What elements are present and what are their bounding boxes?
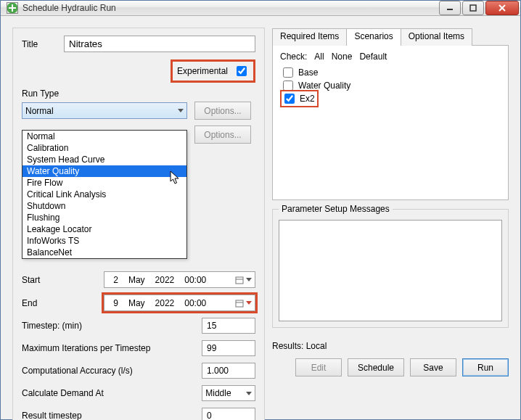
comp-accuracy-input[interactable]: 1.000 — [202, 363, 255, 379]
run-type-option[interactable]: BalanceNet — [22, 247, 186, 258]
chevron-down-icon — [246, 278, 252, 281]
end-year: 2022 — [155, 298, 175, 308]
tab-required-items[interactable]: Required Items — [272, 28, 347, 46]
title-label: Title — [22, 39, 58, 49]
end-label: End — [22, 298, 99, 308]
end-day: 9 — [113, 298, 118, 308]
scenario-row: Ex2 — [280, 92, 501, 105]
scenario-list: BaseWater QualityEx2 — [280, 66, 501, 105]
svg-rect-1 — [470, 5, 476, 11]
tab-optional-items[interactable]: Optional Items — [401, 28, 472, 46]
run-type-option[interactable]: Leakage Locator — [22, 223, 186, 235]
maximize-button[interactable] — [462, 1, 484, 15]
left-panel: Title Experimental Run Type Normal Optio… — [12, 28, 265, 420]
comp-accuracy-label: Computational Accuracy (l/s) — [22, 366, 197, 376]
check-none-link[interactable]: None — [332, 52, 353, 62]
titlebar: Schedule Hydraulic Run — [1, 1, 520, 16]
secondary-options-button[interactable]: Options... — [194, 125, 251, 144]
run-type-dropdown[interactable]: NormalCalibrationSystem Head CurveWater … — [22, 130, 187, 259]
run-type-label: Run Type — [22, 88, 255, 99]
window-controls — [439, 1, 519, 15]
timestep-input[interactable]: 15 — [202, 318, 255, 334]
result-timestep-input[interactable]: 0 — [202, 408, 255, 420]
start-time: 00:00 — [184, 275, 206, 285]
scenario-checkbox[interactable] — [283, 81, 293, 91]
result-timestep-label: Result timestep — [22, 411, 197, 420]
run-type-value: Normal — [25, 106, 54, 116]
run-type-option[interactable]: InfoWorks TS — [22, 235, 186, 247]
minimize-icon — [446, 4, 454, 12]
param-messages-group: Parameter Setup Messages — [272, 209, 509, 328]
experimental-label: Experimental — [177, 66, 228, 76]
param-messages-label: Parameter Setup Messages — [279, 204, 393, 214]
calc-demand-select[interactable]: Middle — [202, 385, 255, 401]
start-calendar-button[interactable] — [235, 276, 252, 284]
chevron-down-icon — [178, 109, 184, 112]
run-type-option[interactable]: Flushing — [22, 212, 186, 223]
run-type-option[interactable]: Critical Link Analysis — [22, 189, 186, 200]
run-type-option[interactable]: Water Quality — [22, 165, 186, 177]
save-button[interactable]: Save — [410, 358, 456, 376]
maxiter-input[interactable]: 99 — [202, 340, 255, 356]
end-datetime-field[interactable]: 9 May 2022 00:00 — [104, 295, 255, 311]
edit-button[interactable]: Edit — [295, 358, 342, 376]
calc-demand-label: Calculate Demand At — [22, 388, 197, 398]
tab-body-scenarios: Check: All None Default BaseWater Qualit… — [272, 45, 509, 200]
schedule-button[interactable]: Schedule — [348, 358, 404, 376]
client-area: Title Experimental Run Type Normal Optio… — [1, 16, 520, 420]
tab-scenarios[interactable]: Scenarios — [346, 28, 401, 46]
close-icon — [498, 4, 506, 12]
param-messages-area[interactable] — [279, 220, 502, 321]
svg-rect-4 — [236, 277, 243, 284]
form-lower: Start 2 May 2022 00:00 End — [22, 271, 255, 420]
run-type-select[interactable]: Normal — [22, 102, 187, 119]
scenario-checkbox[interactable] — [284, 94, 295, 104]
scenario-checkbox[interactable] — [283, 67, 293, 78]
experimental-highlight: Experimental — [171, 59, 255, 83]
right-panel: Required ItemsScenariosOptional Items Ch… — [272, 28, 509, 420]
scenario-name: Ex2 — [300, 94, 315, 104]
start-day: 2 — [113, 275, 118, 285]
scenario-highlight: Ex2 — [280, 90, 319, 107]
svg-rect-6 — [236, 300, 243, 307]
start-year: 2022 — [155, 275, 175, 285]
app-icon — [7, 2, 18, 14]
maximize-icon — [469, 4, 477, 12]
run-type-option[interactable]: Fire Flow — [22, 177, 186, 189]
run-type-options-button[interactable]: Options... — [194, 102, 251, 120]
scenario-name: Base — [298, 67, 318, 78]
experimental-checkbox[interactable] — [237, 66, 247, 76]
start-datetime-field[interactable]: 2 May 2022 00:00 — [104, 271, 255, 288]
end-month: May — [128, 298, 145, 308]
results-label: Results: Local — [272, 341, 327, 351]
dialog-window: Schedule Hydraulic Run Title Experimenta… — [0, 0, 521, 420]
run-type-option[interactable]: System Head Curve — [22, 154, 186, 165]
end-calendar-button[interactable] — [235, 299, 252, 308]
chevron-down-icon — [246, 392, 252, 395]
chevron-down-icon — [246, 301, 252, 305]
window-title: Schedule Hydraulic Run — [22, 3, 439, 13]
check-label: Check: — [280, 52, 307, 62]
close-button[interactable] — [485, 1, 519, 15]
end-time: 00:00 — [184, 298, 206, 308]
scenario-name: Water Quality — [298, 81, 350, 91]
tabstrip: Required ItemsScenariosOptional Items — [272, 28, 509, 45]
run-type-option[interactable]: Calibration — [22, 142, 186, 154]
calendar-icon — [235, 299, 244, 308]
maxiter-label: Maximum Iterations per Timestep — [22, 343, 197, 353]
start-label: Start — [22, 275, 99, 285]
run-type-option[interactable]: Normal — [22, 131, 186, 142]
check-default-link[interactable]: Default — [359, 52, 387, 62]
scenario-row: Base — [280, 66, 501, 79]
run-type-option[interactable]: Shutdown — [22, 200, 186, 212]
run-button[interactable]: Run — [462, 358, 509, 376]
title-input[interactable] — [64, 36, 255, 52]
check-all-link[interactable]: All — [314, 52, 324, 62]
start-month: May — [128, 275, 145, 285]
calendar-icon — [235, 276, 244, 284]
timestep-label: Timestep: (min) — [22, 321, 197, 331]
minimize-button[interactable] — [439, 1, 461, 15]
